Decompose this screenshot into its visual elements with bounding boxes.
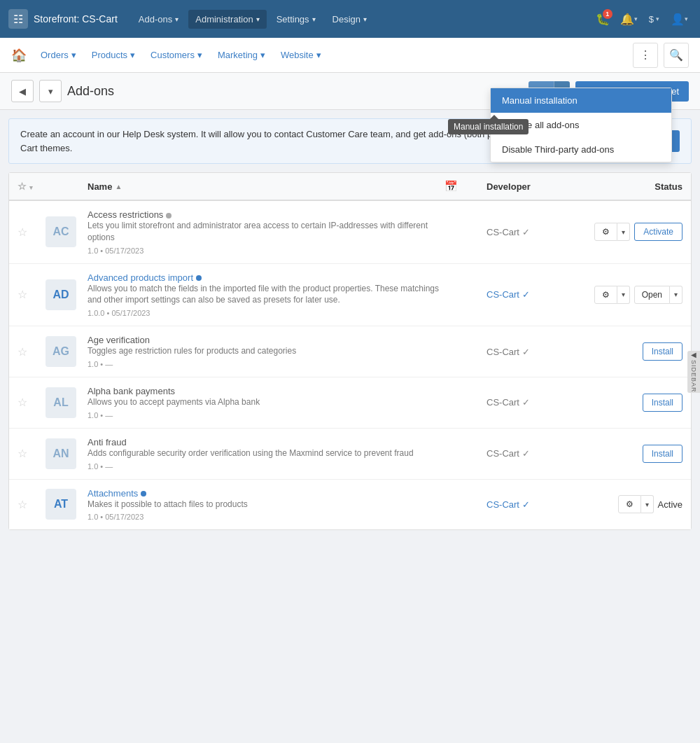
subnav-marketing[interactable]: Marketing ▾	[211, 46, 272, 64]
action-group: ⚙ ▾	[594, 286, 630, 304]
action-cell: ⚙ ▾ Open ▾	[598, 286, 682, 304]
developer-cell: CS-Cart ✓	[486, 347, 598, 357]
user-icon: 👤	[671, 13, 685, 26]
install-btn[interactable]: Install	[643, 342, 682, 361]
addon-initials: AT	[46, 489, 76, 520]
account-btn[interactable]: 👤 ▾	[666, 6, 692, 32]
icon-cell: AC	[46, 216, 88, 247]
gear-open-btn[interactable]: ⚙	[594, 286, 617, 304]
install-btn[interactable]: Install	[643, 445, 682, 463]
addon-initials: AL	[46, 387, 76, 418]
star-cell: ☆	[18, 345, 46, 359]
addon-meta: 1.0 • —	[88, 411, 444, 419]
gear-active-btn[interactable]: ⚙	[618, 495, 641, 513]
subnav-orders[interactable]: Orders ▾	[34, 46, 83, 64]
manual-installation-item[interactable]: Manual installation	[491, 88, 671, 113]
install-btn[interactable]: Install	[643, 394, 682, 412]
search-btn[interactable]: 🔍	[664, 43, 689, 68]
disable-third-party-item[interactable]: Disable Third-party add-ons	[491, 137, 671, 162]
icon-cell: AT	[46, 489, 88, 520]
addon-name-link[interactable]: Advanced products import	[88, 272, 202, 283]
icon-cell: AG	[46, 336, 88, 367]
notifications-btn[interactable]: 🔔 ▾	[617, 6, 642, 32]
addons-caret-icon: ▾	[175, 15, 178, 23]
favorite-star[interactable]: ☆	[18, 289, 27, 300]
developer-name: CS-Cart	[486, 289, 519, 300]
nav-administration[interactable]: Administration ▾	[188, 10, 266, 29]
table-body: ☆ AC Access restrictions Lets you limit …	[9, 201, 691, 529]
addon-description: Lets you limit storefront and administra…	[88, 220, 444, 244]
th-name[interactable]: Name ▲	[88, 181, 444, 192]
forward-btn[interactable]: ▾	[39, 80, 62, 102]
store-logo[interactable]: ☷ Storefront: CS-Cart	[8, 9, 118, 29]
addon-meta: 1.0 • 05/17/2023	[88, 246, 444, 255]
subnav-customers[interactable]: Customers ▾	[144, 46, 209, 64]
developer-name: CS-Cart	[486, 448, 519, 459]
sort-asc-icon: ▲	[115, 183, 122, 190]
favorite-star[interactable]: ☆	[18, 396, 27, 408]
active-status-label: Active	[658, 499, 682, 510]
star-cell: ☆	[18, 396, 46, 409]
gear-active-caret-btn[interactable]: ▾	[641, 495, 654, 513]
marketing-caret-icon: ▾	[260, 50, 265, 60]
addon-meta: 1.0.0 • 05/17/2023	[88, 309, 444, 317]
addon-initials: AC	[46, 216, 76, 247]
sidebar-handle[interactable]: ◀ SIDEBAR	[687, 351, 700, 393]
status-dot	[141, 491, 146, 497]
gear-action-btn[interactable]: ⚙	[594, 223, 617, 241]
developer-name: CS-Cart	[486, 499, 519, 510]
addon-info-cell: Attachments Makes it possible to attach …	[88, 488, 444, 522]
subnav-website[interactable]: Website ▾	[274, 46, 328, 64]
store-icon: ☷	[8, 9, 28, 29]
addon-meta: 1.0 • —	[88, 360, 444, 368]
back-btn[interactable]: ◀	[11, 80, 34, 102]
status-dot	[166, 213, 172, 218]
star-cell: ☆	[18, 225, 46, 239]
action-group: ⚙ ▾	[594, 223, 630, 241]
developer-name: CS-Cart	[486, 227, 519, 237]
developer-cell[interactable]: CS-Cart ✓	[486, 499, 598, 510]
favorite-star[interactable]: ☆	[18, 226, 27, 238]
sidebar-label: SIDEBAR	[690, 360, 697, 393]
addon-description: Toggles age restriction rules for produc…	[88, 345, 444, 357]
addon-name-link[interactable]: Attachments	[88, 488, 146, 499]
favorite-star[interactable]: ☆	[18, 499, 27, 511]
subnav-products[interactable]: Products ▾	[85, 46, 142, 64]
addon-name: Access restrictions	[88, 209, 172, 220]
more-options-btn[interactable]: ⋮	[633, 43, 658, 68]
action-cell: ⚙ ▾ Activate	[598, 223, 682, 241]
currency-btn[interactable]: $ ▾	[643, 10, 665, 29]
bell-icon: 🔔	[620, 13, 634, 26]
th-calendar: 📅	[444, 180, 486, 193]
table-row: ☆ AC Access restrictions Lets you limit …	[9, 201, 691, 264]
calendar-icon: 📅	[444, 180, 458, 192]
gear-open-caret-btn[interactable]: ▾	[617, 286, 630, 304]
nav-design[interactable]: Design ▾	[326, 10, 374, 29]
addon-initials: AD	[46, 279, 76, 310]
activate-addon-btn[interactable]: Activate	[634, 223, 682, 241]
action-cell: Install	[598, 342, 682, 361]
developer-cell: CS-Cart ✓	[486, 227, 598, 237]
open-addon-caret-btn[interactable]: ▾	[670, 286, 682, 304]
open-addon-btn[interactable]: Open	[634, 286, 670, 304]
addon-meta: 1.0 • —	[88, 462, 444, 471]
icon-cell: AL	[46, 387, 88, 418]
verified-check-icon: ✓	[522, 227, 530, 237]
nav-addons[interactable]: Add-ons ▾	[132, 10, 186, 29]
customers-caret-icon: ▾	[197, 50, 202, 60]
icon-cell: AD	[46, 279, 88, 310]
nav-settings[interactable]: Settings ▾	[270, 10, 323, 29]
tooltip-label: Manual installation	[448, 119, 528, 134]
action-group: ⚙ ▾	[618, 495, 654, 513]
favorite-star[interactable]: ☆	[18, 447, 27, 459]
gear-action-caret-btn[interactable]: ▾	[617, 223, 630, 241]
status-dot	[196, 275, 202, 281]
favorite-star[interactable]: ☆	[18, 346, 27, 358]
bug-report-btn[interactable]: 🐛 1	[590, 6, 615, 32]
addon-info-cell: Advanced products import Allows you to m…	[88, 272, 444, 318]
addon-info-cell: Anti fraud Adds configurable security or…	[88, 437, 444, 471]
developer-cell: CS-Cart ✓	[486, 397, 598, 408]
developer-cell[interactable]: CS-Cart ✓	[486, 289, 598, 300]
th-status: Status	[598, 181, 682, 192]
home-btn[interactable]: 🏠	[11, 48, 27, 63]
